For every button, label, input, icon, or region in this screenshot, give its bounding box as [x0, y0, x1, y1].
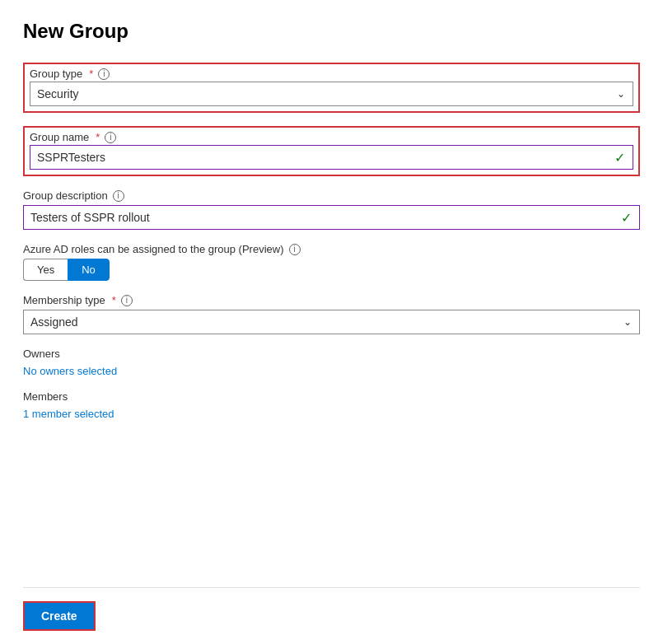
group-type-select-wrapper: Security Microsoft 365 ⌄ [30, 82, 633, 106]
group-name-required: * [96, 131, 100, 143]
group-type-required: * [89, 68, 93, 80]
group-type-select[interactable]: Security Microsoft 365 [30, 82, 633, 106]
toggle-no-button[interactable]: No [68, 259, 110, 281]
membership-type-required: * [112, 294, 116, 306]
azure-ad-roles-label: Azure AD roles can be assigned to the gr… [23, 243, 640, 255]
owners-label: Owners [23, 348, 640, 360]
members-section: Members 1 member selected [23, 390, 640, 420]
group-description-input[interactable] [23, 205, 640, 230]
description-check-icon: ✓ [621, 210, 632, 226]
membership-type-label: Membership type * i [23, 294, 640, 306]
azure-ad-roles-toggle: Yes No [23, 259, 640, 281]
membership-type-info-icon[interactable]: i [121, 295, 133, 306]
group-description-label: Group description i [23, 189, 640, 202]
group-name-input[interactable] [30, 145, 633, 170]
group-type-info-icon[interactable]: i [98, 68, 110, 80]
azure-ad-roles-info-icon[interactable]: i [289, 244, 301, 255]
group-name-label: Group name * i [30, 131, 633, 143]
footer: Create [23, 587, 640, 644]
azure-ad-roles-field: Azure AD roles can be assigned to the gr… [23, 243, 640, 281]
check-icon: ✓ [614, 150, 625, 166]
form-section: Group type * i Security Microsoft 365 ⌄ … [23, 63, 640, 587]
create-button[interactable]: Create [23, 601, 96, 631]
no-owners-selected-link[interactable]: No owners selected [23, 365, 640, 377]
membership-type-field: Membership type * i Assigned Dynamic Use… [23, 294, 640, 334]
group-type-field: Group type * i Security Microsoft 365 ⌄ [23, 63, 640, 113]
page-title: New Group [23, 20, 640, 43]
group-type-outlined: Group type * i Security Microsoft 365 ⌄ [23, 63, 640, 113]
group-description-info-icon[interactable]: i [113, 190, 124, 202]
group-name-info-icon[interactable]: i [105, 132, 116, 143]
group-description-input-wrapper: ✓ [23, 205, 640, 230]
group-name-input-wrapper: ✓ [30, 145, 633, 170]
members-label: Members [23, 390, 640, 403]
membership-type-select[interactable]: Assigned Dynamic User Dynamic Device [23, 310, 640, 334]
group-name-field: Group name * i ✓ [23, 126, 640, 176]
group-type-label: Group type * i [30, 68, 633, 80]
owners-section: Owners No owners selected [23, 348, 640, 377]
member-selected-link[interactable]: 1 member selected [23, 408, 640, 420]
membership-type-select-wrapper: Assigned Dynamic User Dynamic Device ⌄ [23, 310, 640, 334]
group-description-field: Group description i ✓ [23, 189, 640, 230]
page-container: New Group Group type * i Security Micros… [0, 0, 663, 644]
toggle-yes-button[interactable]: Yes [23, 259, 68, 281]
group-name-outlined: Group name * i ✓ [23, 126, 640, 176]
